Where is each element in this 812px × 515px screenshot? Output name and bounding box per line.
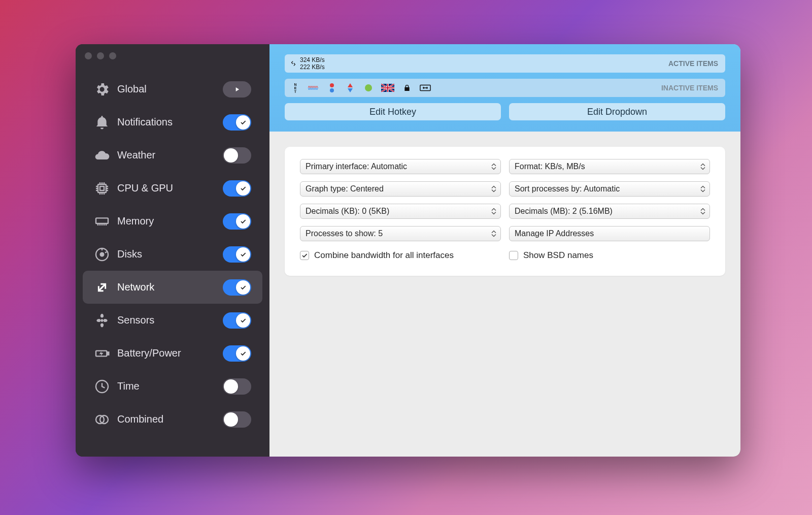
battery-icon [94, 345, 110, 362]
battery-toggle[interactable] [223, 345, 251, 362]
notifications-toggle[interactable] [223, 114, 251, 131]
net-rate-widget: 324 KB/s 222 KB/s [290, 56, 325, 71]
clock-icon [94, 378, 110, 395]
popup-label: Graph type: Centered [306, 184, 384, 194]
inactive-items-label: INACTIVE ITEMS [661, 84, 718, 92]
sidebar-item-label: Notifications [117, 116, 223, 128]
disks-toggle[interactable] [223, 246, 251, 263]
popup-label: Format: KB/s, MB/s [515, 162, 585, 171]
popup-label: Decimals (MB): 2 (5.16MB) [515, 207, 613, 216]
sidebar-item-label: Time [117, 380, 223, 392]
sidebar-item-weather[interactable]: Weather [83, 139, 262, 172]
decimals-kb-popup[interactable]: Decimals (KB): 0 (5KB) [300, 204, 501, 219]
sensors-toggle[interactable] [223, 312, 251, 329]
show-bsd-checkbox[interactable] [509, 251, 518, 260]
combine-bandwidth-row[interactable]: Combine bandwidth for all interfaces [300, 250, 501, 261]
chevron-updown-icon [490, 186, 497, 192]
sidebar-item-notifications[interactable]: Notifications [83, 106, 262, 139]
zoom-window-button[interactable] [109, 52, 116, 59]
chevron-updown-icon [699, 164, 706, 170]
sidebar-item-network[interactable]: Network [83, 271, 262, 304]
content-pane: 324 KB/s 222 KB/s ACTIVE ITEMS NET [269, 44, 740, 457]
popup-label: Processes to show: 5 [306, 229, 383, 238]
network-toggle[interactable] [223, 279, 251, 296]
primary-interface-popup[interactable]: Primary interface: Automatic [300, 159, 501, 174]
combine-bandwidth-checkbox[interactable] [300, 251, 309, 260]
time-toggle[interactable] [223, 378, 251, 395]
decimals-mb-popup[interactable]: Decimals (MB): 2 (5.16MB) [509, 204, 710, 219]
gear-icon [94, 81, 110, 98]
format-popup[interactable]: Format: KB/s, MB/s [509, 159, 710, 174]
memory-icon [94, 213, 110, 230]
svg-point-10 [330, 83, 334, 87]
preferences-window: Global Notifications Weather CPU & GPU [76, 44, 740, 457]
sidebar-item-label: Combined [117, 413, 223, 425]
network-icon [94, 279, 110, 296]
sidebar-item-battery[interactable]: Battery/Power [83, 337, 262, 370]
sidebar-item-label: Network [117, 281, 223, 293]
svg-point-11 [330, 88, 334, 92]
sidebar-item-label: Memory [117, 215, 223, 227]
window-traffic-lights [76, 44, 116, 59]
sidebar-item-label: Battery/Power [117, 347, 223, 359]
traffic-graph-icon [308, 82, 319, 93]
chevron-updown-icon [490, 231, 497, 237]
sidebar-item-label: Sensors [117, 314, 223, 326]
sidebar-item-label: Disks [117, 248, 223, 260]
svg-rect-1 [100, 186, 104, 190]
weather-toggle[interactable] [223, 147, 251, 164]
net-up-rate: 324 KB/s [300, 56, 325, 63]
minimize-window-button[interactable] [97, 52, 104, 59]
sidebar-item-memory[interactable]: Memory [83, 205, 262, 238]
popup-label: Decimals (KB): 0 (5KB) [306, 207, 389, 216]
svg-rect-6 [108, 352, 109, 355]
popup-label: Sort processes by: Automatic [515, 184, 620, 194]
fan-icon [94, 312, 110, 329]
sidebar-item-label: Global [117, 83, 223, 95]
sidebar-item-combined[interactable]: Combined [83, 403, 262, 436]
lock-icon [401, 82, 413, 93]
popup-label: Manage IP Addresses [515, 229, 594, 238]
sidebar-item-cpu-gpu[interactable]: CPU & GPU [83, 172, 262, 205]
bell-icon [94, 114, 110, 131]
manage-ip-button[interactable]: Manage IP Addresses [509, 226, 710, 241]
edit-hotkey-button[interactable]: Edit Hotkey [285, 103, 501, 120]
cloud-icon [94, 147, 110, 164]
combined-toggle[interactable] [223, 411, 251, 428]
memory-toggle[interactable] [223, 213, 251, 230]
chevron-updown-icon [699, 208, 706, 215]
triangles-icon [345, 82, 356, 93]
chevron-updown-icon [699, 186, 706, 192]
sidebar-item-label: CPU & GPU [117, 182, 223, 194]
close-window-button[interactable] [85, 52, 92, 59]
net-letters-icon: NET [290, 82, 301, 93]
flag-icon [381, 82, 394, 93]
ethernet-icon [420, 82, 431, 93]
edit-dropdown-button[interactable]: Edit Dropdown [509, 103, 725, 120]
sidebar-item-sensors[interactable]: Sensors [83, 304, 262, 337]
sort-processes-popup[interactable]: Sort processes by: Automatic [509, 181, 710, 197]
processes-to-show-popup[interactable]: Processes to show: 5 [300, 226, 501, 241]
graph-type-popup[interactable]: Graph type: Centered [300, 181, 501, 197]
combined-icon [94, 411, 110, 428]
inactive-items-bar[interactable]: NET [285, 79, 725, 97]
sidebar-item-global[interactable]: Global [83, 73, 262, 106]
cpu-gpu-toggle[interactable] [223, 180, 251, 197]
menubar-preview-header: 324 KB/s 222 KB/s ACTIVE ITEMS NET [269, 44, 740, 132]
dots-icon [326, 82, 337, 93]
svg-point-4 [100, 252, 104, 256]
disk-icon [94, 246, 110, 263]
sidebar-item-time[interactable]: Time [83, 370, 262, 403]
sidebar-item-disks[interactable]: Disks [83, 238, 262, 271]
green-dot-icon [363, 82, 374, 93]
popup-label: Primary interface: Automatic [306, 162, 407, 171]
show-bsd-row[interactable]: Show BSD names [509, 250, 710, 261]
checkbox-label: Combine bandwidth for all interfaces [314, 250, 454, 261]
svg-point-12 [365, 84, 372, 91]
network-settings-card: Primary interface: Automatic Format: KB/… [285, 147, 725, 276]
inactive-icon-strip: NET [290, 82, 431, 93]
active-items-bar[interactable]: 324 KB/s 222 KB/s ACTIVE ITEMS [285, 54, 725, 73]
active-items-label: ACTIVE ITEMS [668, 59, 718, 68]
play-button[interactable] [223, 81, 251, 98]
sidebar-item-label: Weather [117, 149, 223, 161]
